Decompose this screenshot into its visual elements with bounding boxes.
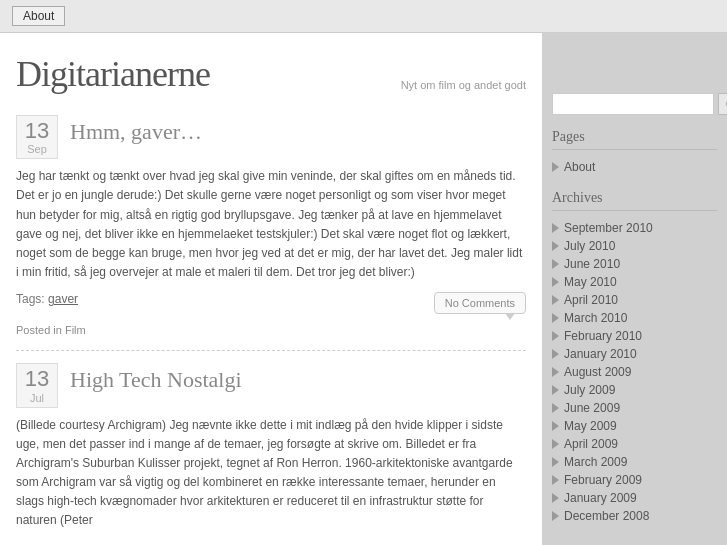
top-navigation: About: [0, 0, 727, 33]
site-title: Digitarianerne: [16, 53, 210, 95]
archive-link-2[interactable]: June 2010: [564, 257, 620, 271]
post-1-title-link[interactable]: Hmm, gaver…: [70, 119, 202, 144]
pages-about-link[interactable]: About: [564, 160, 595, 174]
search-input[interactable]: [552, 93, 714, 115]
site-tagline: Nyt om film og andet godt: [401, 79, 526, 95]
archive-item-4[interactable]: April 2010: [552, 291, 717, 309]
arrow-icon: [552, 403, 559, 413]
arrow-icon: [552, 421, 559, 431]
arrow-icon: [552, 349, 559, 359]
content-wrapper: Digitarianerne Nyt om film og andet godt…: [0, 33, 727, 545]
archive-item-13[interactable]: March 2009: [552, 453, 717, 471]
post-1-header: 13 Sep Hmm, gaver…: [16, 115, 526, 159]
pages-section: Pages About: [552, 129, 717, 176]
post-1-title[interactable]: Hmm, gaver…: [70, 115, 202, 145]
post-2-title[interactable]: High Tech Nostalgi: [70, 363, 242, 393]
archive-link-8[interactable]: August 2009: [564, 365, 631, 379]
archive-link-0[interactable]: September 2010: [564, 221, 653, 235]
arrow-icon: [552, 493, 559, 503]
arrow-icon: [552, 241, 559, 251]
post-1: 13 Sep Hmm, gaver… Jeg har tænkt og tænk…: [16, 115, 526, 351]
post-2: 13 Jul High Tech Nostalgi (Billede court…: [16, 363, 526, 545]
archive-item-8[interactable]: August 2009: [552, 363, 717, 381]
archive-item-9[interactable]: July 2009: [552, 381, 717, 399]
archive-link-9[interactable]: July 2009: [564, 383, 615, 397]
arrow-icon: [552, 223, 559, 233]
about-button[interactable]: About: [12, 6, 65, 26]
posted-in-link[interactable]: Film: [65, 324, 86, 336]
archive-item-3[interactable]: May 2010: [552, 273, 717, 291]
post-1-footer: Tags: gaver No Comments: [16, 292, 526, 314]
archive-item-6[interactable]: February 2010: [552, 327, 717, 345]
sidebar-search: GO: [552, 93, 717, 115]
post-1-posted-in: Posted in Film: [16, 324, 526, 336]
arrow-icon: [552, 511, 559, 521]
archive-item-11[interactable]: May 2009: [552, 417, 717, 435]
arrow-icon: [552, 295, 559, 305]
sidebar: GO Pages About Archives September 2010 J…: [542, 33, 727, 545]
archive-link-10[interactable]: June 2009: [564, 401, 620, 415]
archive-item-12[interactable]: April 2009: [552, 435, 717, 453]
search-go-button[interactable]: GO: [718, 93, 727, 115]
post-1-month: Sep: [23, 143, 51, 155]
pages-section-title: Pages: [552, 129, 717, 150]
archive-link-13[interactable]: March 2009: [564, 455, 627, 469]
post-2-day: 13: [23, 367, 51, 391]
main-content: Digitarianerne Nyt om film og andet godt…: [0, 33, 542, 545]
arrow-icon: [552, 367, 559, 377]
archives-section-title: Archives: [552, 190, 717, 211]
post-2-header: 13 Jul High Tech Nostalgi: [16, 363, 526, 407]
post-2-body: (Billede courtesy Archigram) Jeg nævnte …: [16, 416, 526, 531]
archive-item-16[interactable]: December 2008: [552, 507, 717, 525]
archive-item-14[interactable]: February 2009: [552, 471, 717, 489]
archive-item-10[interactable]: June 2009: [552, 399, 717, 417]
post-1-body: Jeg har tænkt og tænkt over hvad jeg ska…: [16, 167, 526, 282]
archive-item-5[interactable]: March 2010: [552, 309, 717, 327]
post-1-date: 13 Sep: [16, 115, 58, 159]
tag-gaver[interactable]: gaver: [48, 292, 78, 306]
archive-link-11[interactable]: May 2009: [564, 419, 617, 433]
archive-item-7[interactable]: January 2010: [552, 345, 717, 363]
pages-about-item[interactable]: About: [552, 158, 717, 176]
archive-item-0[interactable]: September 2010: [552, 219, 717, 237]
post-2-month: Jul: [23, 392, 51, 404]
archive-link-5[interactable]: March 2010: [564, 311, 627, 325]
posted-in-label: Posted in: [16, 324, 62, 336]
archive-link-6[interactable]: February 2010: [564, 329, 642, 343]
archive-link-15[interactable]: January 2009: [564, 491, 637, 505]
archive-item-15[interactable]: January 2009: [552, 489, 717, 507]
site-header: Digitarianerne Nyt om film og andet godt: [16, 43, 526, 103]
post-1-comments[interactable]: No Comments: [434, 292, 526, 314]
arrow-icon: [552, 313, 559, 323]
post-1-tags: Tags: gaver: [16, 292, 78, 306]
archive-link-12[interactable]: April 2009: [564, 437, 618, 451]
arrow-icon: [552, 385, 559, 395]
post-2-date: 13 Jul: [16, 363, 58, 407]
archive-item-1[interactable]: July 2010: [552, 237, 717, 255]
arrow-icon: [552, 475, 559, 485]
archive-link-3[interactable]: May 2010: [564, 275, 617, 289]
archive-item-2[interactable]: June 2010: [552, 255, 717, 273]
arrow-icon: [552, 331, 559, 341]
post-2-title-link[interactable]: High Tech Nostalgi: [70, 367, 242, 392]
tags-label: Tags:: [16, 292, 45, 306]
post-1-day: 13: [23, 119, 51, 143]
archive-link-7[interactable]: January 2010: [564, 347, 637, 361]
arrow-icon: [552, 162, 559, 172]
archive-link-1[interactable]: July 2010: [564, 239, 615, 253]
arrow-icon: [552, 457, 559, 467]
arrow-icon: [552, 277, 559, 287]
archive-link-14[interactable]: February 2009: [564, 473, 642, 487]
arrow-icon: [552, 439, 559, 449]
arrow-icon: [552, 259, 559, 269]
archive-link-4[interactable]: April 2010: [564, 293, 618, 307]
archive-link-16[interactable]: December 2008: [564, 509, 649, 523]
archives-section: Archives September 2010 July 2010 June 2…: [552, 190, 717, 525]
